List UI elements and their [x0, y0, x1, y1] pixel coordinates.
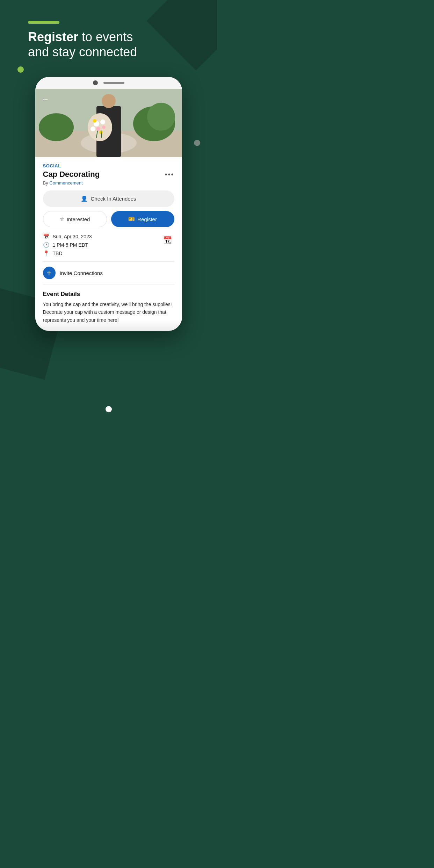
date-label: Sun, Apr 30, 2023 — [53, 234, 92, 239]
plus-icon: + — [47, 268, 51, 277]
svg-point-10 — [100, 120, 105, 124]
phone-mockup: ← Social Cap Decorating ••• By Commencem… — [35, 77, 182, 331]
invite-label: Invite Connections — [60, 270, 103, 276]
add-to-calendar-button[interactable]: 📆 — [161, 233, 174, 247]
phone-camera — [93, 80, 98, 85]
event-category: Social — [43, 163, 174, 168]
svg-point-11 — [96, 127, 100, 131]
event-title-row: Cap Decorating ••• — [43, 170, 174, 179]
divider-1 — [43, 261, 174, 262]
location-icon: 📍 — [43, 250, 49, 256]
organizer-link[interactable]: Commencement — [49, 180, 82, 186]
invite-row: + Invite Connections — [43, 267, 174, 279]
header-accent-bar — [28, 21, 59, 24]
bottom-scroll-indicator — [35, 320, 182, 331]
phone-top-bar — [35, 77, 182, 89]
register-icon: 🎫 — [128, 216, 135, 222]
calendar-icon: 📅 — [43, 233, 49, 240]
invite-connections-button[interactable]: + — [43, 267, 56, 279]
svg-point-13 — [102, 125, 106, 129]
back-arrow-icon: ← — [42, 95, 50, 104]
location-label: TBD — [53, 251, 63, 256]
time-label: 1 PM-5 PM EDT — [53, 242, 88, 248]
star-icon: ☆ — [60, 216, 64, 222]
register-label: Register — [137, 216, 157, 222]
svg-point-12 — [91, 126, 95, 131]
action-buttons-row: ☆ Interested 🎫 Register — [43, 211, 174, 227]
decorative-dot-gray — [194, 140, 200, 146]
organizer-prefix: By — [43, 180, 48, 186]
event-info: 📅 Sun, Apr 30, 2023 🕐 1 PM-5 PM EDT 📍 TB… — [43, 233, 174, 256]
interested-button[interactable]: ☆ Interested — [43, 211, 107, 227]
event-info-left: 📅 Sun, Apr 30, 2023 🕐 1 PM-5 PM EDT 📍 TB… — [43, 233, 92, 256]
svg-point-5 — [39, 113, 74, 141]
header-title-bold: Register — [28, 30, 78, 44]
header-section: Register to eventsand stay connected — [28, 21, 189, 59]
event-organizer: By Commencement — [43, 180, 174, 186]
event-image: ← — [35, 89, 182, 157]
date-row: 📅 Sun, Apr 30, 2023 — [43, 233, 92, 240]
event-image-svg — [35, 89, 182, 157]
register-button[interactable]: 🎫 Register — [111, 211, 174, 227]
event-title: Cap Decorating — [43, 170, 100, 179]
svg-point-7 — [102, 94, 116, 108]
check-in-icon: 👤 — [81, 195, 88, 202]
divider-2 — [43, 284, 174, 284]
interested-label: Interested — [67, 216, 90, 222]
event-details-section: Event Details You bring the cap and the … — [43, 289, 174, 324]
header-title: Register to eventsand stay connected — [28, 29, 189, 59]
clock-icon: 🕐 — [43, 242, 49, 248]
phone-speaker — [103, 82, 124, 84]
content-area: Social Cap Decorating ••• By Commencemen… — [35, 157, 182, 331]
more-options-button[interactable]: ••• — [165, 171, 174, 179]
svg-point-14 — [93, 119, 96, 123]
back-button[interactable]: ← — [40, 94, 51, 105]
check-in-attendees-button[interactable]: 👤 Check In Attendees — [43, 190, 174, 207]
time-row: 🕐 1 PM-5 PM EDT — [43, 242, 92, 248]
calendar-add-icon: 📆 — [163, 236, 172, 244]
event-details-title: Event Details — [43, 291, 174, 298]
decorative-dot-green — [17, 66, 24, 73]
decorative-dot-white — [106, 406, 112, 412]
check-in-label: Check In Attendees — [91, 196, 136, 202]
svg-point-4 — [147, 103, 175, 131]
location-row: 📍 TBD — [43, 250, 92, 256]
